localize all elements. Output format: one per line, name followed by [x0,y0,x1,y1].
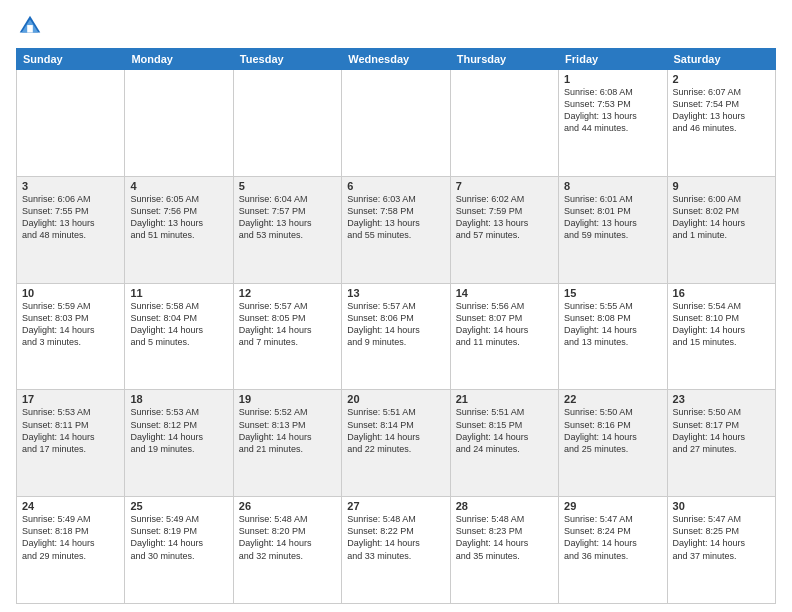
day-number: 28 [456,500,553,512]
calendar-cell: 9Sunrise: 6:00 AM Sunset: 8:02 PM Daylig… [667,176,775,283]
day-info: Sunrise: 5:48 AM Sunset: 8:23 PM Dayligh… [456,513,553,562]
day-info: Sunrise: 5:51 AM Sunset: 8:15 PM Dayligh… [456,406,553,455]
calendar-cell [342,70,450,177]
calendar-table: SundayMondayTuesdayWednesdayThursdayFrid… [16,48,776,604]
svg-rect-2 [27,25,33,32]
calendar-cell: 26Sunrise: 5:48 AM Sunset: 8:20 PM Dayli… [233,497,341,604]
calendar-week-row: 1Sunrise: 6:08 AM Sunset: 7:53 PM Daylig… [17,70,776,177]
calendar-cell: 27Sunrise: 5:48 AM Sunset: 8:22 PM Dayli… [342,497,450,604]
day-info: Sunrise: 5:48 AM Sunset: 8:20 PM Dayligh… [239,513,336,562]
calendar-week-row: 10Sunrise: 5:59 AM Sunset: 8:03 PM Dayli… [17,283,776,390]
calendar-cell: 21Sunrise: 5:51 AM Sunset: 8:15 PM Dayli… [450,390,558,497]
day-number: 13 [347,287,444,299]
day-number: 23 [673,393,770,405]
calendar-cell [450,70,558,177]
calendar-cell: 13Sunrise: 5:57 AM Sunset: 8:06 PM Dayli… [342,283,450,390]
calendar-cell: 5Sunrise: 6:04 AM Sunset: 7:57 PM Daylig… [233,176,341,283]
calendar-cell: 11Sunrise: 5:58 AM Sunset: 8:04 PM Dayli… [125,283,233,390]
day-info: Sunrise: 5:56 AM Sunset: 8:07 PM Dayligh… [456,300,553,349]
calendar-cell: 20Sunrise: 5:51 AM Sunset: 8:14 PM Dayli… [342,390,450,497]
day-number: 26 [239,500,336,512]
day-number: 17 [22,393,119,405]
calendar-cell: 6Sunrise: 6:03 AM Sunset: 7:58 PM Daylig… [342,176,450,283]
calendar-header-wednesday: Wednesday [342,49,450,70]
day-number: 18 [130,393,227,405]
calendar-cell: 17Sunrise: 5:53 AM Sunset: 8:11 PM Dayli… [17,390,125,497]
page: SundayMondayTuesdayWednesdayThursdayFrid… [0,0,792,612]
day-number: 16 [673,287,770,299]
calendar-header-monday: Monday [125,49,233,70]
day-number: 1 [564,73,661,85]
day-info: Sunrise: 5:48 AM Sunset: 8:22 PM Dayligh… [347,513,444,562]
day-number: 20 [347,393,444,405]
day-number: 24 [22,500,119,512]
day-info: Sunrise: 5:53 AM Sunset: 8:12 PM Dayligh… [130,406,227,455]
calendar-cell: 25Sunrise: 5:49 AM Sunset: 8:19 PM Dayli… [125,497,233,604]
day-info: Sunrise: 6:00 AM Sunset: 8:02 PM Dayligh… [673,193,770,242]
day-info: Sunrise: 6:08 AM Sunset: 7:53 PM Dayligh… [564,86,661,135]
calendar-cell: 10Sunrise: 5:59 AM Sunset: 8:03 PM Dayli… [17,283,125,390]
day-number: 29 [564,500,661,512]
day-number: 15 [564,287,661,299]
calendar-cell: 16Sunrise: 5:54 AM Sunset: 8:10 PM Dayli… [667,283,775,390]
day-number: 9 [673,180,770,192]
day-info: Sunrise: 6:01 AM Sunset: 8:01 PM Dayligh… [564,193,661,242]
day-number: 14 [456,287,553,299]
calendar-cell: 24Sunrise: 5:49 AM Sunset: 8:18 PM Dayli… [17,497,125,604]
calendar-header-saturday: Saturday [667,49,775,70]
day-info: Sunrise: 5:47 AM Sunset: 8:25 PM Dayligh… [673,513,770,562]
day-info: Sunrise: 6:05 AM Sunset: 7:56 PM Dayligh… [130,193,227,242]
day-info: Sunrise: 6:03 AM Sunset: 7:58 PM Dayligh… [347,193,444,242]
day-number: 30 [673,500,770,512]
calendar-cell: 4Sunrise: 6:05 AM Sunset: 7:56 PM Daylig… [125,176,233,283]
day-info: Sunrise: 5:50 AM Sunset: 8:16 PM Dayligh… [564,406,661,455]
day-info: Sunrise: 5:51 AM Sunset: 8:14 PM Dayligh… [347,406,444,455]
calendar-cell: 1Sunrise: 6:08 AM Sunset: 7:53 PM Daylig… [559,70,667,177]
day-info: Sunrise: 5:47 AM Sunset: 8:24 PM Dayligh… [564,513,661,562]
calendar-cell [17,70,125,177]
day-number: 3 [22,180,119,192]
day-info: Sunrise: 5:49 AM Sunset: 8:19 PM Dayligh… [130,513,227,562]
day-info: Sunrise: 5:55 AM Sunset: 8:08 PM Dayligh… [564,300,661,349]
calendar-cell: 29Sunrise: 5:47 AM Sunset: 8:24 PM Dayli… [559,497,667,604]
calendar-cell: 2Sunrise: 6:07 AM Sunset: 7:54 PM Daylig… [667,70,775,177]
calendar-week-row: 17Sunrise: 5:53 AM Sunset: 8:11 PM Dayli… [17,390,776,497]
day-info: Sunrise: 5:57 AM Sunset: 8:06 PM Dayligh… [347,300,444,349]
calendar-header-thursday: Thursday [450,49,558,70]
calendar-week-row: 3Sunrise: 6:06 AM Sunset: 7:55 PM Daylig… [17,176,776,283]
day-number: 12 [239,287,336,299]
calendar-cell: 3Sunrise: 6:06 AM Sunset: 7:55 PM Daylig… [17,176,125,283]
header [16,12,776,40]
logo-icon [16,12,44,40]
calendar-header-row: SundayMondayTuesdayWednesdayThursdayFrid… [17,49,776,70]
day-number: 11 [130,287,227,299]
day-info: Sunrise: 5:50 AM Sunset: 8:17 PM Dayligh… [673,406,770,455]
day-info: Sunrise: 6:04 AM Sunset: 7:57 PM Dayligh… [239,193,336,242]
day-number: 10 [22,287,119,299]
calendar-cell: 28Sunrise: 5:48 AM Sunset: 8:23 PM Dayli… [450,497,558,604]
day-number: 6 [347,180,444,192]
day-info: Sunrise: 6:06 AM Sunset: 7:55 PM Dayligh… [22,193,119,242]
calendar-cell: 14Sunrise: 5:56 AM Sunset: 8:07 PM Dayli… [450,283,558,390]
calendar-week-row: 24Sunrise: 5:49 AM Sunset: 8:18 PM Dayli… [17,497,776,604]
calendar-cell: 23Sunrise: 5:50 AM Sunset: 8:17 PM Dayli… [667,390,775,497]
day-number: 27 [347,500,444,512]
day-number: 4 [130,180,227,192]
calendar-cell: 30Sunrise: 5:47 AM Sunset: 8:25 PM Dayli… [667,497,775,604]
day-number: 21 [456,393,553,405]
calendar-header-sunday: Sunday [17,49,125,70]
day-number: 2 [673,73,770,85]
calendar-header-friday: Friday [559,49,667,70]
day-number: 5 [239,180,336,192]
calendar-cell: 12Sunrise: 5:57 AM Sunset: 8:05 PM Dayli… [233,283,341,390]
calendar-cell: 18Sunrise: 5:53 AM Sunset: 8:12 PM Dayli… [125,390,233,497]
day-number: 19 [239,393,336,405]
calendar-header-tuesday: Tuesday [233,49,341,70]
calendar-cell [233,70,341,177]
day-number: 22 [564,393,661,405]
day-number: 8 [564,180,661,192]
day-info: Sunrise: 5:57 AM Sunset: 8:05 PM Dayligh… [239,300,336,349]
calendar-cell: 22Sunrise: 5:50 AM Sunset: 8:16 PM Dayli… [559,390,667,497]
calendar-cell: 15Sunrise: 5:55 AM Sunset: 8:08 PM Dayli… [559,283,667,390]
calendar-cell: 19Sunrise: 5:52 AM Sunset: 8:13 PM Dayli… [233,390,341,497]
